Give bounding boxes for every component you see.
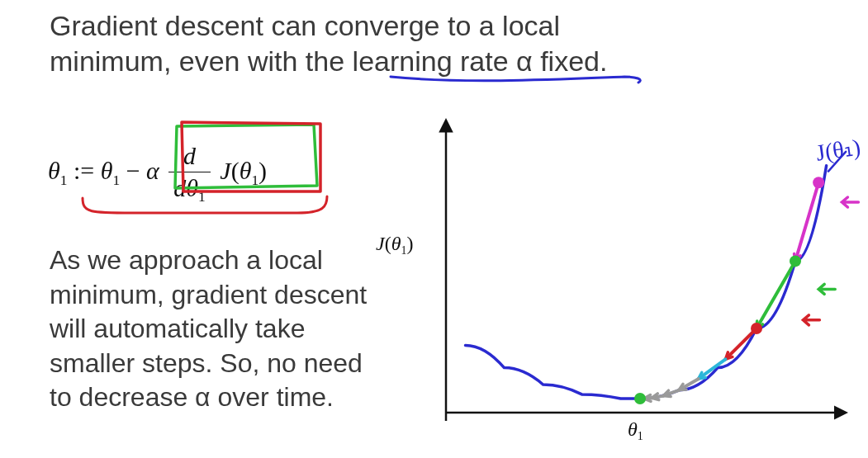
y-axis-label: J(θ1): [376, 233, 413, 257]
slide-body-text: As we approach a local minimum, gradient…: [50, 243, 388, 415]
svg-point-11: [790, 255, 801, 267]
svg-point-12: [751, 323, 762, 334]
svg-point-13: [634, 393, 646, 404]
lecture-slide: Gradient descent can converge to a local…: [0, 0, 868, 458]
svg-point-10: [813, 177, 824, 188]
cost-function-chart: [413, 107, 868, 437]
svg-line-3: [757, 261, 795, 328]
svg-line-5: [699, 359, 726, 379]
